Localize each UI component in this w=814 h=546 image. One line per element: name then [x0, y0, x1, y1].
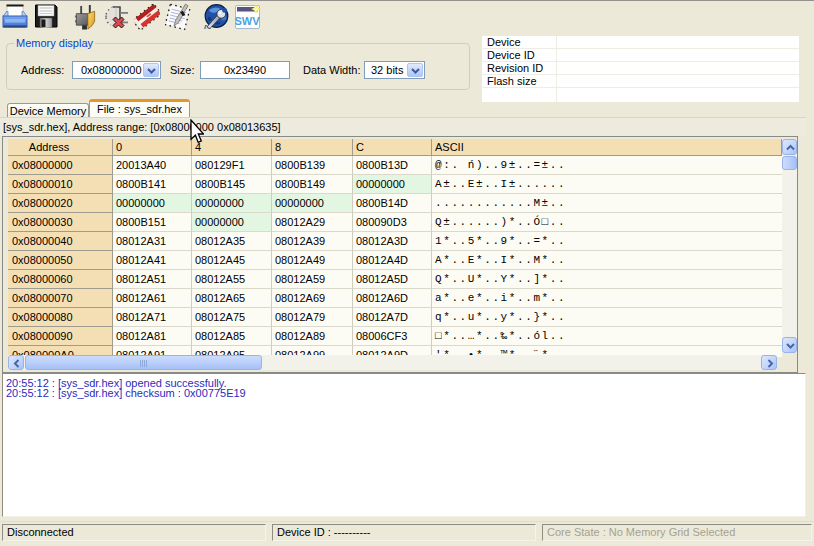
- svg-text:SWV: SWV: [235, 15, 260, 27]
